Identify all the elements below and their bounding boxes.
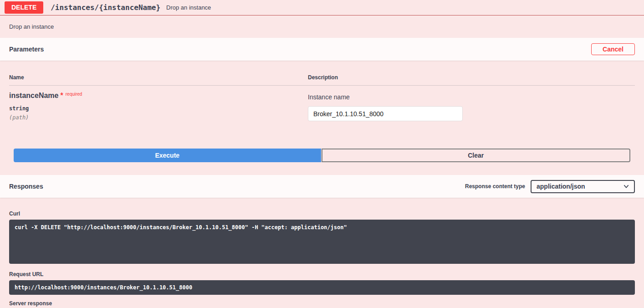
parameter-location: (path)	[9, 114, 308, 121]
cancel-button[interactable]: Cancel	[591, 43, 635, 55]
content-type-selected-value: application/json	[537, 183, 623, 190]
response-content-type-label: Response content type	[465, 183, 525, 190]
parameters-table-header: Name Description	[9, 61, 635, 86]
curl-command-block: curl -X DELETE "http://localhost:9000/in…	[9, 220, 635, 264]
column-header-name: Name	[9, 74, 308, 81]
required-star: *	[61, 92, 63, 99]
server-response-label: Server response	[9, 300, 635, 307]
parameters-title: Parameters	[9, 46, 44, 53]
execute-button-group: Execute Clear	[14, 149, 630, 162]
http-method-badge: DELETE	[5, 1, 43, 14]
request-url-label: Request URL	[9, 271, 635, 277]
parameter-description-text: Instance name	[308, 93, 635, 102]
parameters-table: Name Description instanceName*required s…	[0, 61, 644, 175]
content-type-select[interactable]: application/json	[531, 180, 635, 193]
delete-endpoint-block: DELETE /instances/{instanceName} Drop an…	[0, 0, 644, 308]
endpoint-description: Drop an instance	[0, 15, 644, 38]
responses-title: Responses	[9, 183, 43, 190]
chevron-down-icon	[623, 183, 629, 190]
parameters-section-header: Parameters Cancel	[0, 38, 644, 61]
parameter-type: string	[9, 105, 308, 112]
responses-section-header: Responses Response content type applicat…	[0, 175, 644, 198]
endpoint-path: /instances/{instanceName}	[51, 3, 160, 12]
parameter-name: instanceName*required	[9, 91, 308, 101]
column-header-description: Description	[308, 74, 635, 81]
required-label: required	[66, 92, 82, 97]
instance-name-input[interactable]	[308, 106, 463, 121]
parameter-name-cell: instanceName*required string (path)	[9, 91, 308, 121]
endpoint-summary-text: Drop an instance	[166, 4, 211, 11]
parameter-name-text: instanceName	[9, 92, 59, 99]
endpoint-summary-bar[interactable]: DELETE /instances/{instanceName} Drop an…	[0, 0, 644, 15]
execute-button[interactable]: Execute	[14, 149, 321, 162]
clear-button[interactable]: Clear	[322, 149, 631, 162]
parameter-description-cell: Instance name	[308, 91, 635, 121]
response-content-type-group: Response content type application/json	[465, 180, 635, 193]
curl-label: Curl	[9, 210, 635, 217]
responses-body: Curl curl -X DELETE "http://localhost:90…	[0, 198, 644, 308]
parameter-row: instanceName*required string (path) Inst…	[9, 86, 635, 121]
request-url-block: http://localhost:9000/instances/Broker_1…	[9, 280, 635, 295]
